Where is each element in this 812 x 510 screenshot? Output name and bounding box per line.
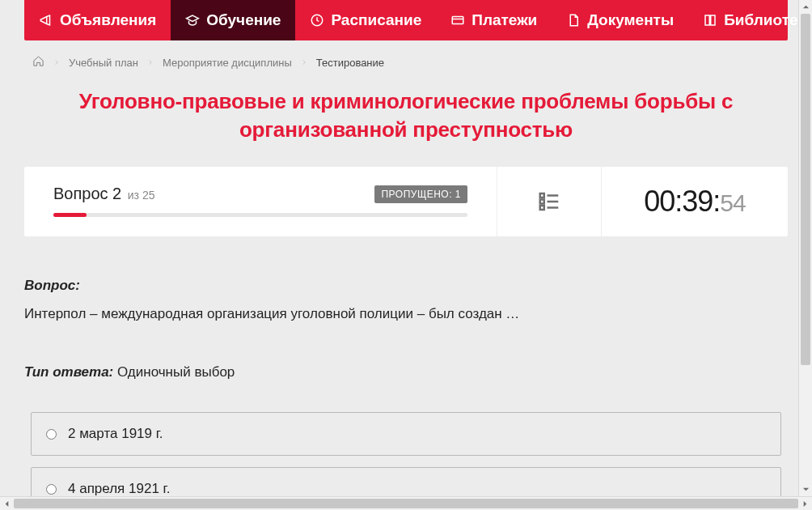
timer-main: 00:39: bbox=[644, 185, 720, 218]
nav-item-documents[interactable]: Документы bbox=[552, 0, 688, 40]
vertical-scrollbar[interactable] bbox=[798, 0, 812, 496]
answer-radio[interactable] bbox=[46, 429, 57, 440]
skipped-badge: ПРОПУЩЕНО: 1 bbox=[374, 185, 467, 203]
nav-label: Расписание bbox=[331, 11, 421, 29]
timer-seconds: 54 bbox=[720, 189, 745, 216]
answer-option[interactable]: 2 марта 1919 г. bbox=[31, 412, 781, 456]
scroll-up-arrow[interactable] bbox=[799, 0, 812, 14]
svg-rect-1 bbox=[452, 17, 463, 24]
question-total: 25 bbox=[142, 189, 155, 202]
answer-option[interactable]: 4 апреля 1921 г. bbox=[31, 467, 781, 496]
svg-rect-2 bbox=[540, 193, 544, 198]
megaphone-icon bbox=[39, 13, 53, 28]
clock-icon bbox=[310, 13, 324, 28]
answer-type-label: Тип ответа: bbox=[24, 364, 113, 380]
top-nav: Объявления Обучение Расписание bbox=[24, 0, 788, 40]
question-counter: Вопрос 2 из 25 bbox=[53, 185, 155, 203]
breadcrumb-current: Тестирование bbox=[316, 57, 384, 69]
timer: 00:39:54 bbox=[602, 167, 788, 236]
answer-text: 2 марта 1919 г. bbox=[68, 426, 163, 442]
progress-bar bbox=[53, 213, 467, 217]
chevron-right-icon bbox=[146, 57, 154, 69]
question-text: Интерпол – международная организация уго… bbox=[24, 304, 788, 325]
nav-item-schedule[interactable]: Расписание bbox=[295, 0, 436, 40]
nav-label: Объявления bbox=[60, 11, 156, 29]
of-word: из bbox=[128, 189, 139, 202]
question-number: 2 bbox=[112, 185, 121, 202]
scroll-track[interactable] bbox=[799, 14, 812, 482]
book-icon bbox=[703, 13, 717, 28]
document-icon bbox=[566, 13, 581, 28]
nav-label: Документы bbox=[587, 11, 674, 29]
horizontal-scrollbar[interactable] bbox=[0, 496, 812, 510]
svg-rect-3 bbox=[540, 200, 544, 204]
scroll-left-arrow[interactable] bbox=[0, 497, 14, 511]
nav-item-education[interactable]: Обучение bbox=[171, 0, 295, 40]
nav-item-announcements[interactable]: Объявления bbox=[24, 0, 171, 40]
nav-label: Платежи bbox=[472, 11, 537, 29]
nav-item-library[interactable]: Библиотека bbox=[688, 0, 812, 40]
nav-item-payments[interactable]: Платежи bbox=[436, 0, 552, 40]
status-panel: Вопрос 2 из 25 ПРОПУЩЕНО: 1 bbox=[24, 167, 788, 236]
nav-label: Обучение bbox=[206, 11, 281, 29]
breadcrumb-link[interactable]: Учебный план bbox=[69, 57, 138, 69]
breadcrumb: Учебный план Мероприятие дисциплины Тест… bbox=[24, 40, 788, 84]
question-progress: Вопрос 2 из 25 ПРОПУЩЕНО: 1 bbox=[24, 167, 497, 236]
progress-fill bbox=[53, 213, 87, 217]
scroll-down-arrow[interactable] bbox=[799, 482, 812, 496]
scroll-right-arrow[interactable] bbox=[798, 497, 812, 511]
chevron-right-icon bbox=[53, 57, 61, 69]
scroll-thumb[interactable] bbox=[801, 14, 810, 365]
question-label: Вопрос: bbox=[24, 278, 80, 293]
page-title: Уголовно-правовые и криминологические пр… bbox=[24, 84, 788, 167]
question-word: Вопрос bbox=[53, 185, 108, 202]
scroll-track[interactable] bbox=[14, 497, 798, 510]
card-icon bbox=[450, 13, 465, 28]
question-list-button[interactable] bbox=[497, 167, 602, 236]
answer-list: 2 марта 1919 г. 4 апреля 1921 г. bbox=[24, 409, 788, 496]
scroll-thumb[interactable] bbox=[14, 499, 798, 508]
answer-text: 4 апреля 1921 г. bbox=[68, 481, 170, 496]
question-body: Вопрос: Интерпол – международная организ… bbox=[24, 236, 788, 409]
graduation-cap-icon bbox=[185, 13, 200, 28]
answer-type-value: Одиночный выбор bbox=[117, 364, 235, 380]
chevron-right-icon bbox=[300, 57, 308, 69]
breadcrumb-link[interactable]: Мероприятие дисциплины bbox=[163, 57, 292, 69]
list-icon bbox=[537, 189, 561, 214]
svg-rect-4 bbox=[540, 206, 544, 210]
answer-radio[interactable] bbox=[46, 484, 57, 495]
home-icon[interactable] bbox=[32, 55, 44, 70]
